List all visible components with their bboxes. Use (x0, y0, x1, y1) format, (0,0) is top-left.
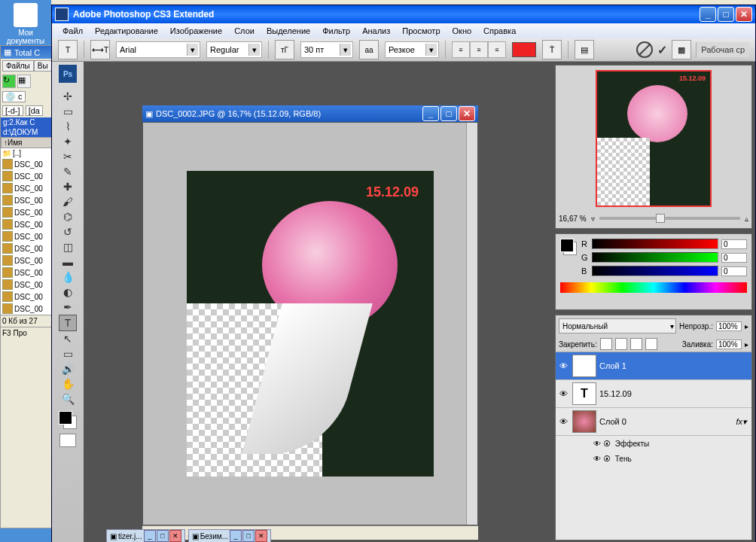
path-tool[interactable]: ↖ (59, 331, 76, 346)
align-right-button[interactable]: ≡ (488, 41, 506, 58)
tc-col-name[interactable]: ↑Имя (1, 137, 52, 148)
navigator-thumb[interactable]: 15.12.09 (596, 70, 712, 207)
r-value[interactable]: 0 (721, 239, 747, 249)
tab-min-icon[interactable]: _ (144, 530, 156, 542)
quickmask-button[interactable] (59, 434, 76, 447)
visibility-icon[interactable]: 👁 (557, 389, 569, 398)
list-item[interactable]: DSC_00 (1, 242, 52, 254)
layer-item[interactable]: 👁 Слой 0 fx▾ (556, 408, 751, 436)
menu-edit[interactable]: Редактирование (89, 25, 164, 37)
doc-titlebar[interactable]: ▣ DSC_0002.JPG @ 16,7% (15.12.09, RGB/8)… (142, 105, 478, 122)
list-item[interactable]: DSC_00 (1, 206, 52, 218)
layer-fx-shadow[interactable]: 👁 ⦿ Тень (556, 451, 751, 466)
doc-tab[interactable]: ▣ Безим... _□✕ (188, 529, 271, 542)
dodge-tool[interactable]: ◐ (59, 285, 76, 300)
b-value[interactable]: 0 (721, 266, 747, 276)
visibility-icon[interactable]: 👁 (557, 417, 569, 426)
eyedropper-tool[interactable]: ✎ (59, 164, 76, 179)
lock-all-icon[interactable] (645, 338, 657, 350)
heal-tool[interactable]: ✚ (59, 179, 76, 194)
ps-badge-icon[interactable]: Ps (59, 65, 77, 83)
list-item[interactable]: DSC_00 (1, 170, 52, 182)
layer-name[interactable]: Слой 1 (599, 361, 750, 370)
text-color-swatch[interactable] (512, 42, 536, 57)
desktop-shortcut[interactable]: Мои документы (0, 0, 51, 48)
maximize-button[interactable]: □ (718, 7, 734, 22)
fill-value[interactable]: 100% (716, 340, 742, 349)
type-tool-icon[interactable]: T (58, 40, 78, 59)
tc-path-2[interactable]: d:\ДОКУМ (1, 127, 52, 137)
tc-file-list[interactable]: 📁[..] DSC_00 DSC_00 DSC_00 DSC_00 DSC_00… (1, 148, 52, 315)
tab-min-icon[interactable]: _ (230, 530, 242, 542)
lock-pixels-icon[interactable] (600, 338, 612, 350)
pen-tool[interactable]: ✒ (59, 300, 76, 315)
fill-arrow-icon[interactable]: ▸ (745, 340, 748, 349)
tc-drive-c[interactable]: 💿 c (2, 91, 26, 102)
nav-zoom-value[interactable]: 16,67 % (559, 215, 587, 223)
menu-select[interactable]: Выделение (261, 25, 316, 37)
zoom-out-icon[interactable]: ▿ (591, 215, 595, 223)
type-tool[interactable]: T (59, 315, 77, 331)
doc-tab[interactable]: ▣ tizer.j... _□✕ (106, 529, 185, 542)
list-item[interactable]: DSC_00 (1, 279, 52, 291)
shape-tool[interactable]: ▭ (59, 346, 76, 361)
menu-help[interactable]: Справка (477, 25, 522, 37)
lock-move-icon[interactable] (630, 338, 642, 350)
doc-canvas[interactable]: 15.12.09 (142, 122, 478, 525)
layer-list[interactable]: 👁 T Слой 1 👁 T 15.12.09 👁 Слой 0 fx▾ (556, 352, 751, 540)
list-item[interactable]: DSC_00 (1, 194, 52, 206)
list-item[interactable]: DSC_00 (1, 182, 52, 194)
list-item[interactable]: DSC_00 (1, 303, 52, 315)
g-value[interactable]: 0 (721, 253, 747, 263)
align-left-button[interactable]: ≡ (452, 41, 470, 58)
color-swatches[interactable] (560, 239, 577, 255)
list-item[interactable]: DSC_00 (1, 158, 52, 170)
move-tool[interactable]: ✢ (59, 89, 76, 104)
layer-name[interactable]: 15.12.09 (599, 389, 750, 398)
tc-tab-files[interactable]: Файлы (2, 60, 34, 72)
list-item[interactable]: DSC_00 (1, 266, 52, 279)
menu-file[interactable]: Файл (56, 25, 89, 37)
menu-window[interactable]: Окно (447, 25, 478, 37)
r-slider[interactable] (592, 239, 718, 249)
tc-path-1[interactable]: g:2.Как С (1, 117, 52, 127)
bridge-icon[interactable]: ▩ (672, 40, 691, 59)
doc-minimize-button[interactable]: _ (422, 106, 439, 121)
doc-maximize-button[interactable]: □ (440, 106, 457, 121)
doc-vscroll[interactable] (466, 123, 477, 525)
menu-analysis[interactable]: Анализ (356, 25, 396, 37)
nav-zoom-slider[interactable] (599, 217, 740, 220)
tab-max-icon[interactable]: □ (157, 530, 169, 542)
b-slider[interactable] (592, 266, 718, 276)
menu-layers[interactable]: Слои (228, 25, 261, 37)
align-center-button[interactable]: ≡ (470, 41, 488, 58)
color-spectrum[interactable] (560, 282, 747, 293)
opacity-value[interactable]: 100% (716, 321, 742, 331)
cancel-icon[interactable] (636, 41, 653, 58)
blend-mode-select[interactable]: Нормальный (559, 318, 676, 333)
workspace-button[interactable]: Рабочая ср (696, 42, 749, 57)
fx-badge-icon[interactable]: fx▾ (736, 417, 747, 427)
menu-view[interactable]: Просмотр (396, 25, 446, 37)
history-brush-tool[interactable]: ↺ (59, 224, 76, 239)
tc-refresh-icon[interactable]: ↻ (2, 75, 16, 88)
layer-item[interactable]: 👁 T 15.12.09 (556, 380, 751, 408)
blur-tool[interactable]: 💧 (59, 269, 76, 285)
char-panel-icon[interactable]: ▤ (575, 40, 594, 59)
warp-text-icon[interactable]: Ť (542, 40, 562, 59)
font-style-select[interactable]: Regular (206, 41, 262, 58)
list-item[interactable]: DSC_00 (1, 254, 52, 266)
gradient-tool[interactable]: ▬ (59, 254, 76, 269)
close-button[interactable]: ✕ (736, 7, 752, 22)
fg-bg-colors[interactable] (59, 411, 77, 429)
font-size-select[interactable]: 30 пт (300, 41, 353, 58)
lock-brush-icon[interactable] (615, 338, 627, 350)
tc-drive-select[interactable]: [-d-] (2, 105, 23, 116)
list-item[interactable]: DSC_00 (1, 230, 52, 242)
opacity-arrow-icon[interactable]: ▸ (745, 322, 748, 330)
list-item[interactable]: DSC_00 (1, 218, 52, 230)
text-orient-icon[interactable]: ⟷T (90, 40, 110, 59)
layer-fx-group[interactable]: 👁 ⦿ Эффекты (556, 436, 751, 451)
layer-item[interactable]: 👁 T Слой 1 (556, 352, 751, 380)
eraser-tool[interactable]: ◫ (59, 239, 76, 254)
